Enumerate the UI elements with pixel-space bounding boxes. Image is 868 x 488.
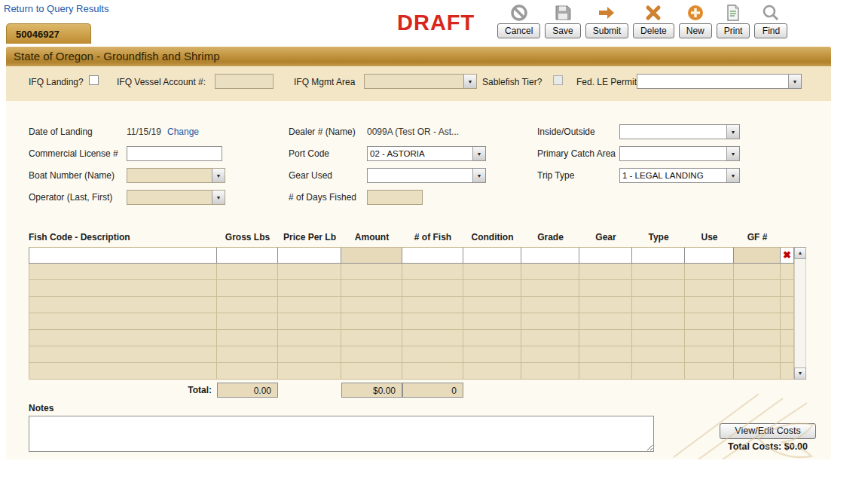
col-header-gross-lbs: Gross Lbs xyxy=(217,232,278,246)
use-input[interactable] xyxy=(685,247,734,264)
empty-cell xyxy=(217,346,278,363)
empty-cell xyxy=(278,363,341,380)
gear-input[interactable] xyxy=(579,247,632,264)
scroll-up-icon[interactable]: ▲ xyxy=(794,247,806,259)
empty-cell xyxy=(217,330,278,346)
fed-le-permit-label: Fed. LE Permit xyxy=(576,77,637,87)
table-scrollbar[interactable]: ▲ ▼ xyxy=(794,247,806,380)
print-document-icon[interactable] xyxy=(724,4,742,22)
fish-ticket-page: Return to Query Results 50046927 DRAFT C… xyxy=(0,0,868,488)
toolbar-item-save: Save xyxy=(545,4,580,38)
empty-cell xyxy=(685,330,734,346)
ifq-landing-checkbox[interactable] xyxy=(89,75,99,85)
fish-table-header: Fish Code - Description Gross Lbs Price … xyxy=(29,232,781,246)
delete-row-icon[interactable]: ✖ xyxy=(781,247,794,264)
inside-outside-select[interactable]: ▼ xyxy=(619,124,740,139)
notes-textarea[interactable] xyxy=(29,416,654,452)
condition-input[interactable] xyxy=(463,247,521,264)
empty-cell xyxy=(685,346,734,363)
cancel-icon[interactable] xyxy=(510,4,528,22)
empty-cell xyxy=(217,313,278,330)
submit-button[interactable]: Submit xyxy=(585,23,628,38)
empty-cell xyxy=(579,330,632,346)
chevron-down-icon: ▼ xyxy=(726,125,739,139)
empty-cell xyxy=(341,330,402,346)
type-input[interactable] xyxy=(632,247,685,264)
find-magnifier-icon[interactable] xyxy=(762,4,780,22)
view-edit-costs-button[interactable]: View/Edit Costs xyxy=(720,423,816,439)
draft-status: DRAFT xyxy=(397,11,475,35)
total-num-fish: 0 xyxy=(402,383,463,398)
operator-select: ▼ xyxy=(127,190,225,205)
trip-type-select[interactable]: 1 - LEGAL LANDING ▼ xyxy=(619,168,740,183)
delete-button[interactable]: Delete xyxy=(633,23,674,38)
empty-cell xyxy=(402,297,463,313)
empty-cell xyxy=(278,330,341,346)
grade-input[interactable] xyxy=(521,247,579,264)
empty-cell xyxy=(734,280,781,297)
col-header-price-per-lb: Price Per Lb xyxy=(278,232,341,246)
empty-cell xyxy=(463,297,521,313)
empty-cell xyxy=(402,280,463,297)
save-button[interactable]: Save xyxy=(545,23,580,38)
port-code-select[interactable]: 02 - ASTORIA ▼ xyxy=(367,146,486,161)
delete-x-icon[interactable] xyxy=(644,4,662,22)
change-date-link[interactable]: Change xyxy=(167,127,199,137)
ticket-number: 50046927 xyxy=(16,29,60,40)
col-header-use: Use xyxy=(685,232,734,246)
empty-cell xyxy=(685,313,734,330)
num-fish-input[interactable] xyxy=(402,247,463,264)
find-button[interactable]: Find xyxy=(754,23,787,38)
ticket-content: State of Oregon - Groundfish and Shrimp … xyxy=(6,47,831,459)
gear-used-select[interactable]: ▼ xyxy=(367,168,486,183)
return-to-query-link[interactable]: Return to Query Results xyxy=(4,3,108,14)
new-plus-icon[interactable] xyxy=(686,4,704,22)
table-row-empty xyxy=(29,330,794,346)
empty-cell xyxy=(632,313,685,330)
ifq-landing-label: IFQ Landing? xyxy=(29,77,84,87)
total-amount: $0.00 xyxy=(341,383,402,398)
empty-cell xyxy=(579,313,632,330)
empty-cell xyxy=(278,346,341,363)
commercial-license-input[interactable] xyxy=(127,146,222,161)
empty-cell xyxy=(632,280,685,297)
col-header-gear: Gear xyxy=(579,232,632,246)
empty-cell xyxy=(341,363,402,380)
scroll-down-icon[interactable]: ▼ xyxy=(794,368,806,380)
chevron-down-icon: ▼ xyxy=(212,169,225,182)
empty-cell xyxy=(781,297,794,313)
fed-le-permit-select[interactable]: ▼ xyxy=(637,74,802,89)
empty-cell xyxy=(463,330,521,346)
save-icon[interactable] xyxy=(554,4,572,22)
empty-cell xyxy=(402,363,463,380)
ifq-mgmt-area-select: ▼ xyxy=(364,74,477,89)
table-row-active: ✖ xyxy=(29,247,794,264)
chevron-down-icon: ▼ xyxy=(788,75,801,88)
operator-label: Operator (Last, First) xyxy=(29,192,112,203)
cancel-button[interactable]: Cancel xyxy=(497,23,540,38)
empty-cell xyxy=(341,297,402,313)
commercial-license-label: Commercial License # xyxy=(29,148,118,159)
price-per-lb-input[interactable] xyxy=(278,247,341,264)
ticket-tab[interactable]: 50046927 xyxy=(6,23,91,44)
submit-arrow-icon[interactable] xyxy=(598,4,616,22)
port-code-label: Port Code xyxy=(289,148,329,159)
empty-cell xyxy=(632,346,685,363)
chevron-down-icon: ▼ xyxy=(726,147,739,160)
fish-code-input[interactable] xyxy=(29,247,217,264)
empty-cell xyxy=(781,280,794,297)
dealer-label: Dealer # (Name) xyxy=(289,127,356,137)
col-header-type: Type xyxy=(632,232,685,246)
empty-cell xyxy=(402,313,463,330)
print-button[interactable]: Print xyxy=(717,23,750,38)
fish-table-body: ✖ xyxy=(29,247,794,380)
gross-lbs-input[interactable] xyxy=(217,247,278,264)
empty-cell xyxy=(278,280,341,297)
new-button[interactable]: New xyxy=(679,23,712,38)
empty-cell xyxy=(632,297,685,313)
toolbar-item-submit: Submit xyxy=(585,4,628,38)
primary-catch-area-select[interactable]: ▼ xyxy=(619,146,740,161)
empty-cell xyxy=(579,297,632,313)
empty-cell xyxy=(781,363,794,380)
empty-cell xyxy=(685,280,734,297)
